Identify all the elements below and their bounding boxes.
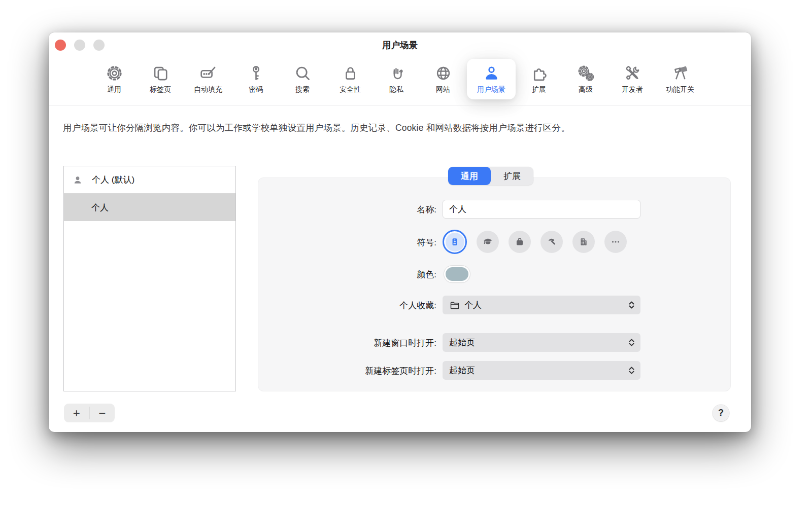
- symbol-option-id-badge[interactable]: [443, 230, 467, 254]
- remove-profile-button[interactable]: −: [90, 404, 115, 422]
- name-label: 名称:: [417, 204, 436, 215]
- new-window-dropdown[interactable]: 起始页: [443, 333, 640, 352]
- toolbar-divider: [49, 105, 751, 105]
- symbol-option-hammer[interactable]: [540, 231, 563, 253]
- autofill-icon: [199, 63, 218, 83]
- ellipsis-icon: [610, 236, 621, 247]
- hammer-icon: [546, 236, 557, 247]
- symbol-options: [443, 230, 627, 254]
- list-item-label: 个人: [91, 202, 109, 213]
- tabs-icon: [151, 63, 170, 83]
- favorites-value: 个人: [464, 299, 628, 311]
- symbol-option-bag[interactable]: [509, 231, 531, 253]
- toolbar-item-feature-flags[interactable]: 功能开关: [650, 63, 710, 94]
- person-icon: [482, 63, 501, 83]
- lock-icon: [341, 63, 360, 83]
- globe-icon: [434, 63, 453, 83]
- settings-toolbar: 通用 标签页: [49, 32, 751, 105]
- help-button[interactable]: ?: [713, 405, 729, 421]
- building-icon: [578, 236, 589, 247]
- list-item-default-profile[interactable]: 个人 (默认): [64, 166, 235, 194]
- favorites-label: 个人收藏:: [399, 300, 436, 311]
- gear-icon: [105, 63, 124, 83]
- safari-settings-window: 用户场景 通用 标签页: [49, 32, 751, 432]
- flags-icon: [671, 63, 690, 83]
- toolbar-item-websites[interactable]: 网站: [413, 63, 473, 94]
- favorites-dropdown[interactable]: 个人: [443, 296, 640, 314]
- hand-icon: [387, 63, 406, 83]
- symbol-option-building[interactable]: [572, 231, 595, 253]
- profile-color-swatch[interactable]: [444, 266, 470, 282]
- detail-tabs: 通用 扩展: [448, 167, 533, 185]
- list-item-personal-profile[interactable]: 个人: [64, 194, 235, 221]
- bag-icon: [514, 236, 525, 247]
- tab-general[interactable]: 通用: [448, 167, 491, 185]
- folder-icon: [449, 300, 460, 311]
- tools-icon: [623, 63, 642, 83]
- key-icon: [247, 63, 265, 83]
- new-tab-dropdown[interactable]: 起始页: [443, 361, 640, 380]
- list-item-label: 个人 (默认): [92, 174, 134, 186]
- new-window-label: 新建窗口时打开:: [374, 337, 436, 349]
- add-remove-group: + −: [64, 404, 115, 422]
- gears-icon: [577, 63, 595, 83]
- graduation-cap-icon: [482, 236, 494, 248]
- profiles-description: 用户场景可让你分隔浏览内容。你可以为工作或学校单独设置用户场景。历史记录、Coo…: [63, 122, 737, 134]
- color-label: 颜色:: [417, 269, 436, 280]
- chevron-up-down-icon: [628, 366, 635, 375]
- search-icon: [293, 63, 312, 83]
- profile-name-input[interactable]: [443, 200, 640, 219]
- id-badge-icon: [449, 236, 460, 247]
- chevron-up-down-icon: [628, 338, 635, 347]
- profiles-list: 个人 (默认) 个人: [63, 166, 236, 391]
- tab-extensions[interactable]: 扩展: [491, 167, 533, 185]
- symbol-label: 符号:: [417, 237, 436, 248]
- new-tab-value: 起始页: [449, 365, 628, 376]
- new-window-value: 起始页: [449, 337, 628, 348]
- new-tab-label: 新建标签页时打开:: [365, 365, 436, 377]
- symbol-option-graduation-cap[interactable]: [477, 231, 499, 253]
- chevron-up-down-icon: [628, 301, 635, 309]
- screen: 用户场景 通用 标签页: [0, 0, 812, 505]
- symbol-option-more[interactable]: [604, 231, 627, 253]
- person-icon: [73, 175, 83, 185]
- puzzle-icon: [530, 63, 549, 83]
- add-profile-button[interactable]: +: [64, 404, 89, 422]
